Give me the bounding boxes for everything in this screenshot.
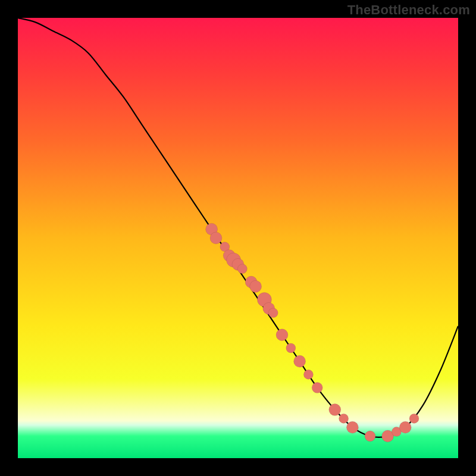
markers-group — [206, 223, 419, 442]
page-root: TheBottleneck.com — [0, 0, 476, 476]
data-marker — [329, 404, 341, 416]
data-marker — [312, 383, 322, 393]
data-marker — [210, 232, 222, 244]
data-marker — [303, 369, 313, 379]
data-marker — [346, 421, 358, 433]
chart-svg — [18, 18, 458, 458]
data-marker — [276, 329, 288, 341]
data-marker — [237, 264, 247, 274]
data-marker — [409, 414, 419, 423]
data-marker — [399, 421, 411, 433]
data-marker — [268, 308, 278, 318]
data-marker — [250, 280, 262, 292]
data-marker — [286, 343, 296, 353]
data-marker — [365, 431, 375, 441]
data-marker — [339, 414, 349, 423]
plot-area — [18, 18, 458, 458]
watermark-text: TheBottleneck.com — [347, 2, 470, 18]
bottleneck-curve — [18, 18, 458, 437]
data-marker — [294, 355, 306, 367]
